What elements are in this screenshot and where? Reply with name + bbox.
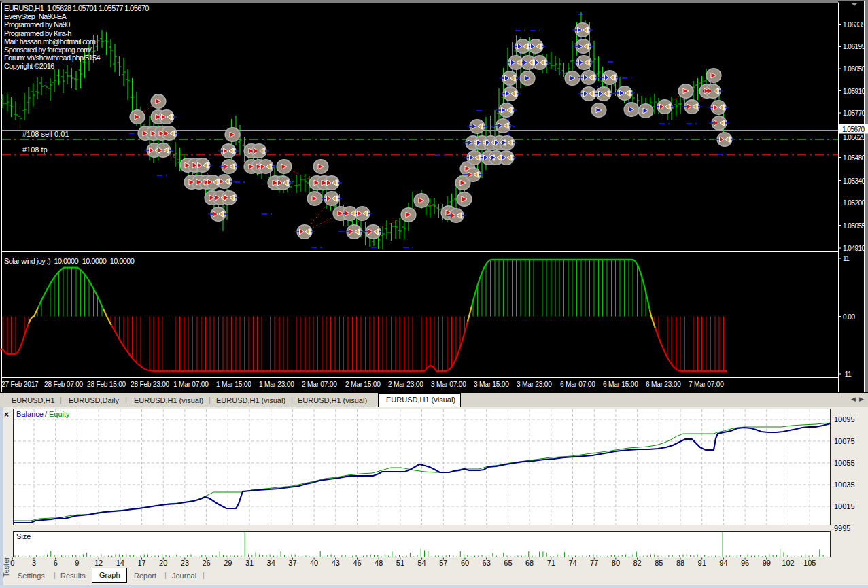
svg-text:0: 0 [10,559,14,567]
svg-text:17: 17 [137,559,145,567]
svg-text:80: 80 [612,559,620,567]
svg-text:82: 82 [633,559,641,567]
svg-text:3: 3 [32,559,36,567]
svg-text:54: 54 [417,559,426,567]
svg-text:60: 60 [461,559,469,567]
svg-text:71: 71 [547,559,555,567]
svg-text:105: 105 [803,559,816,567]
svg-text:43: 43 [332,559,340,567]
svg-text:99: 99 [763,559,771,567]
svg-text:26: 26 [202,559,210,567]
svg-text:10095: 10095 [834,415,855,423]
svg-text:×: × [4,410,9,419]
svg-text:31: 31 [245,559,254,567]
svg-text:96: 96 [741,559,749,567]
svg-text:46: 46 [353,559,361,567]
svg-text:102: 102 [782,559,794,567]
svg-text:14: 14 [116,559,124,567]
svg-text:48: 48 [375,559,383,567]
svg-text:57: 57 [439,559,447,567]
svg-text:37: 37 [288,559,296,567]
svg-text:91: 91 [698,559,706,567]
svg-text:51: 51 [396,559,404,567]
svg-text:94: 94 [719,559,727,567]
svg-text:20: 20 [159,559,167,567]
svg-text:74: 74 [568,559,576,567]
svg-text:88: 88 [676,559,684,567]
svg-text:10075: 10075 [834,437,855,445]
svg-text:34: 34 [267,559,275,567]
svg-text:6: 6 [54,559,58,567]
svg-text:Size: Size [16,532,31,540]
svg-text:63: 63 [483,559,491,567]
svg-text:Balance: Balance [16,410,44,418]
svg-text:68: 68 [525,559,534,567]
svg-text:10015: 10015 [834,502,855,511]
svg-text:Equity: Equity [49,410,70,418]
svg-text:9: 9 [75,559,79,567]
svg-text:65: 65 [504,559,512,567]
svg-text:85: 85 [655,559,663,567]
svg-text:10035: 10035 [834,481,855,489]
svg-text:10055: 10055 [834,459,855,467]
svg-text:23: 23 [181,559,189,567]
svg-text:40: 40 [310,559,318,567]
svg-text:9995: 9995 [834,524,850,532]
svg-text:77: 77 [590,559,598,567]
svg-text:29: 29 [224,559,232,567]
svg-text:12: 12 [94,559,103,567]
